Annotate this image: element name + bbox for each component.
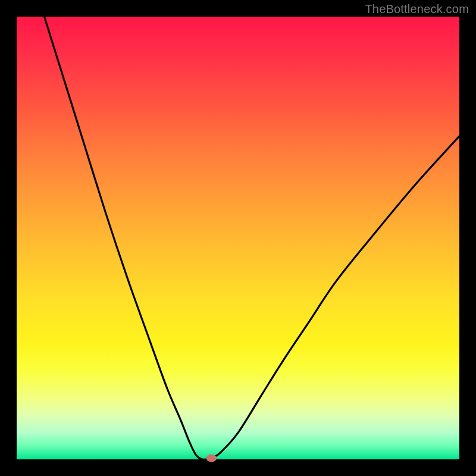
- watermark-text: TheBottleneck.com: [365, 2, 469, 16]
- curve-path: [17, 0, 459, 459]
- minimum-marker: [206, 455, 217, 462]
- bottleneck-curve: [17, 17, 459, 459]
- chart-frame: TheBottleneck.com: [0, 0, 476, 476]
